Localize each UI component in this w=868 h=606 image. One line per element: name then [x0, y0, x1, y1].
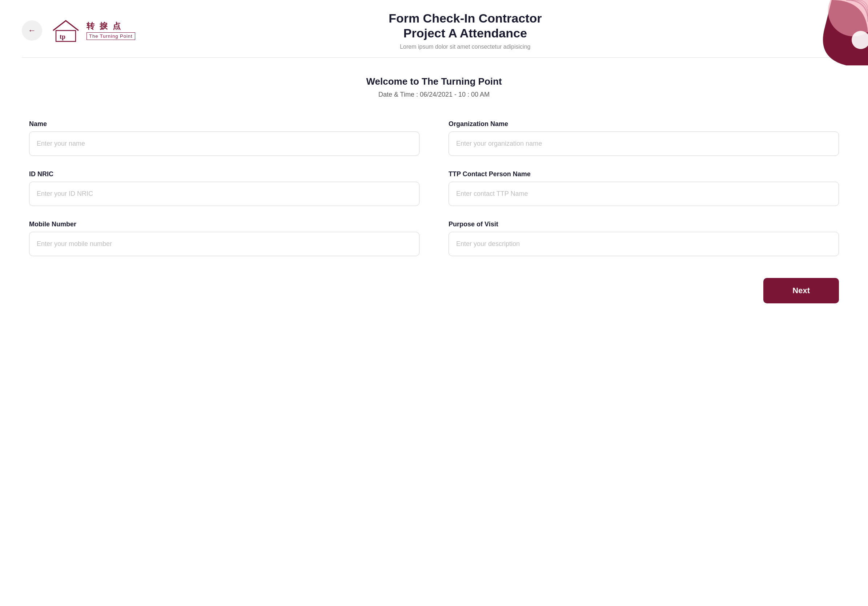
- form-group-nric: ID NRIC: [29, 170, 420, 206]
- mobile-input[interactable]: [29, 232, 420, 256]
- welcome-title: Welcome to The Turning Point: [22, 76, 846, 87]
- form-group-ttp: TTP Contact Person Name: [448, 170, 839, 206]
- svg-text:tp: tp: [60, 33, 65, 40]
- name-input[interactable]: [29, 131, 420, 156]
- button-row: Next: [0, 271, 868, 318]
- next-button[interactable]: Next: [763, 278, 839, 303]
- logo-chinese-text: 转 捩 点: [87, 21, 135, 32]
- logo-icon: tp: [50, 18, 82, 43]
- ttp-label: TTP Contact Person Name: [448, 170, 839, 178]
- form-group-purpose: Purpose of Visit: [448, 221, 839, 256]
- form-group-mobile: Mobile Number: [29, 221, 420, 256]
- back-arrow-icon: ←: [28, 26, 36, 35]
- page-title: Form Check-In Contractor Project A Atten…: [135, 11, 795, 41]
- back-button[interactable]: ←: [22, 20, 42, 41]
- mobile-label: Mobile Number: [29, 221, 420, 228]
- logo: tp 转 捩 点 The Turning Point: [50, 18, 135, 43]
- header-subtitle: Lorem ipsum dolor sit amet consectetur a…: [135, 43, 795, 50]
- welcome-datetime: Date & Time : 06/24/2021 - 10 : 00 AM: [22, 91, 846, 99]
- header-center: Form Check-In Contractor Project A Atten…: [135, 11, 846, 50]
- form-area: Name Organization Name ID NRIC TTP Conta…: [0, 113, 868, 271]
- form-group-name: Name: [29, 120, 420, 156]
- header: ← tp 转 捩 点 The Turning Point Form Check-…: [0, 0, 868, 57]
- form-grid: Name Organization Name ID NRIC TTP Conta…: [29, 120, 839, 256]
- purpose-label: Purpose of Visit: [448, 221, 839, 228]
- svg-rect-2: [56, 31, 76, 42]
- form-group-org: Organization Name: [448, 120, 839, 156]
- logo-text: 转 捩 点 The Turning Point: [87, 21, 135, 40]
- purpose-input[interactable]: [448, 232, 839, 256]
- org-label: Organization Name: [448, 120, 839, 128]
- ttp-input[interactable]: [448, 182, 839, 206]
- welcome-section: Welcome to The Turning Point Date & Time…: [0, 58, 868, 113]
- name-label: Name: [29, 120, 420, 128]
- nric-input[interactable]: [29, 182, 420, 206]
- nric-label: ID NRIC: [29, 170, 420, 178]
- logo-english-text: The Turning Point: [87, 32, 135, 40]
- org-input[interactable]: [448, 131, 839, 156]
